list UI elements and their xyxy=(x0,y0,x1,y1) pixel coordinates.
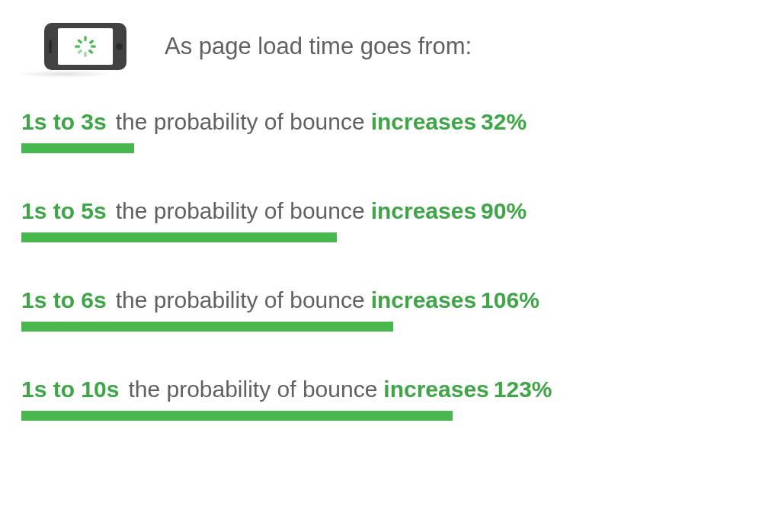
phone-icon xyxy=(44,23,126,70)
bar xyxy=(21,143,134,153)
header: As page load time goes from: xyxy=(44,23,741,70)
loading-spinner-icon xyxy=(73,34,98,59)
row-mid-text: the probability of bounce xyxy=(116,197,365,225)
increase-pct: 106% xyxy=(481,287,539,314)
increase-label: increases xyxy=(371,197,476,225)
data-row: 1s to 10s the probability of bounce incr… xyxy=(21,376,741,421)
bar xyxy=(21,232,337,242)
increase-pct: 90% xyxy=(481,197,527,225)
phone-speaker xyxy=(49,40,52,53)
increase-pct: 32% xyxy=(481,108,527,136)
increase-label: increases xyxy=(371,287,476,314)
phone-shadow xyxy=(15,70,113,78)
row-text: 1s to 5s the probability of bounce incre… xyxy=(21,197,741,225)
bar xyxy=(21,411,453,421)
svg-line-7 xyxy=(78,40,82,43)
bar xyxy=(21,322,393,332)
time-range: 1s to 10s xyxy=(21,376,119,403)
row-mid-text: the probability of bounce xyxy=(116,108,365,136)
time-range: 1s to 6s xyxy=(21,287,107,314)
time-range: 1s to 3s xyxy=(21,108,107,136)
data-row: 1s to 3s the probability of bounce incre… xyxy=(21,108,741,153)
page-title: As page load time goes from: xyxy=(165,33,472,60)
row-mid-text: the probability of bounce xyxy=(116,287,365,314)
rows-container: 1s to 3s the probability of bounce incre… xyxy=(21,108,741,421)
row-text: 1s to 3s the probability of bounce incre… xyxy=(21,108,741,136)
svg-line-1 xyxy=(90,40,94,43)
increase-label: increases xyxy=(371,108,476,136)
row-text: 1s to 6s the probability of bounce incre… xyxy=(21,287,741,314)
infographic-page: As page load time goes from: 1s to 3s th… xyxy=(0,0,762,532)
row-text: 1s to 10s the probability of bounce incr… xyxy=(21,376,741,403)
data-row: 1s to 5s the probability of bounce incre… xyxy=(21,197,741,242)
phone-home-button xyxy=(116,43,123,50)
svg-line-3 xyxy=(89,50,93,53)
time-range: 1s to 5s xyxy=(21,197,107,225)
data-row: 1s to 6s the probability of bounce incre… xyxy=(21,287,741,332)
increase-pct: 123% xyxy=(494,376,552,403)
svg-line-5 xyxy=(78,50,82,53)
increase-label: increases xyxy=(383,376,488,403)
row-mid-text: the probability of bounce xyxy=(128,376,377,403)
phone-screen xyxy=(58,28,113,65)
